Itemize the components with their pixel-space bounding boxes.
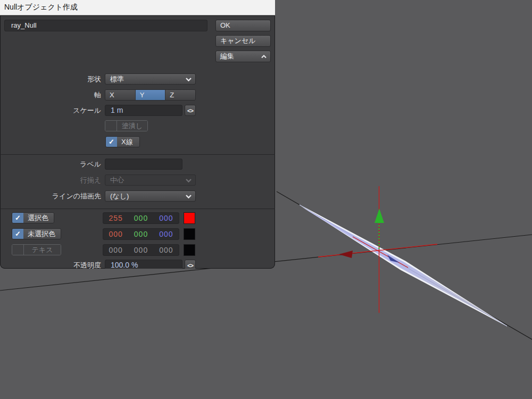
label-input[interactable] xyxy=(105,159,182,170)
selected-color-checkbox[interactable]: ✓ 選択色 xyxy=(12,212,54,223)
label-field-label: ラベル xyxy=(0,159,101,170)
opacity-input[interactable]: 100.0 % xyxy=(105,260,182,269)
selected-color-swatch[interactable] xyxy=(184,212,195,224)
dialog-title: Nullオブジェクト作成 xyxy=(4,3,78,12)
rgb-red-value[interactable]: 255 xyxy=(103,213,128,223)
linedraw-dropdown[interactable]: (なし) xyxy=(105,190,196,202)
rgb-green-value[interactable]: 000 xyxy=(128,229,153,239)
shape-label: 形状 xyxy=(0,73,101,85)
opacity-label: 不透明度 xyxy=(0,260,101,269)
scale-label: スケール xyxy=(0,105,101,116)
rgb-blue-value[interactable]: 000 xyxy=(154,213,179,223)
check-icon: ✓ xyxy=(12,213,23,223)
cancel-button[interactable]: キャンセル xyxy=(215,35,271,47)
divider xyxy=(0,209,275,209)
text-color-swatch xyxy=(184,244,195,256)
axis-option-x[interactable]: X xyxy=(105,90,136,100)
scale-input[interactable]: 1 m xyxy=(105,105,182,116)
checkbox-box xyxy=(12,245,24,255)
rgb-blue-value: 000 xyxy=(154,245,179,255)
check-icon: ✓ xyxy=(106,137,117,147)
unselected-color-checkbox[interactable]: ✓ 未選択色 xyxy=(12,228,61,239)
unselected-color-label: 未選択色 xyxy=(23,229,61,239)
axis-segmented-control: X Y Z xyxy=(105,89,196,101)
stepper-icon: <> xyxy=(187,262,193,269)
chevron-down-icon xyxy=(186,178,192,182)
ray-object-ridge xyxy=(300,205,507,326)
chevron-down-icon xyxy=(186,194,192,198)
xray-label: X線 xyxy=(117,137,139,147)
selected-color-rgb-field[interactable]: 255 000 000 xyxy=(103,212,179,224)
ok-button[interactable]: OK xyxy=(215,20,271,31)
rgb-red-value: 000 xyxy=(103,245,128,255)
opacity-stepper[interactable]: <> xyxy=(185,260,196,269)
x-axis-arrow-icon xyxy=(339,251,353,258)
unselected-color-swatch[interactable] xyxy=(184,228,195,240)
dialog-body: ray_Null OK キャンセル 編集 形状 標準 軸 X Y Z xyxy=(0,15,275,269)
linedraw-label: ラインの描画先 xyxy=(0,190,101,202)
axis-option-z[interactable]: Z xyxy=(165,90,195,100)
align-dropdown: 中心 xyxy=(105,174,196,186)
selected-color-label: 選択色 xyxy=(23,213,54,223)
rgb-green-value: 000 xyxy=(128,245,153,255)
y-axis-arrow-icon xyxy=(375,209,384,223)
xray-checkbox[interactable]: ✓ X線 xyxy=(105,136,140,147)
scale-stepper[interactable]: <> xyxy=(185,105,196,116)
rgb-green-value[interactable]: 000 xyxy=(128,213,153,223)
edit-button[interactable]: 編集 xyxy=(215,51,271,62)
align-label: 行揃え xyxy=(0,174,101,186)
axis-label: 軸 xyxy=(0,89,101,101)
null-name-input[interactable]: ray_Null xyxy=(4,20,207,31)
dialog-titlebar[interactable]: Nullオブジェクト作成 xyxy=(0,0,275,15)
divider xyxy=(0,154,275,155)
text-color-checkbox: テキスト色 xyxy=(12,244,61,255)
rgb-red-value[interactable]: 000 xyxy=(103,229,128,239)
axis-option-y[interactable]: Y xyxy=(136,90,166,100)
chevron-up-icon xyxy=(261,55,267,59)
chevron-down-icon xyxy=(186,77,192,81)
checkbox-box xyxy=(105,121,117,131)
fill-label: 塗潰し xyxy=(117,121,147,131)
shape-dropdown[interactable]: 標準 xyxy=(105,73,196,85)
unselected-color-rgb-field[interactable]: 000 000 000 xyxy=(103,228,179,240)
stepper-icon: <> xyxy=(187,107,193,114)
text-color-rgb-field: 000 000 000 xyxy=(103,244,179,256)
null-object-dialog: Nullオブジェクト作成 ray_Null OK キャンセル 編集 形状 標準 … xyxy=(0,0,275,269)
fill-checkbox: 塗潰し xyxy=(105,120,148,131)
rgb-blue-value[interactable]: 000 xyxy=(154,229,179,239)
text-color-label: テキスト色 xyxy=(24,245,61,255)
check-icon: ✓ xyxy=(12,229,23,239)
